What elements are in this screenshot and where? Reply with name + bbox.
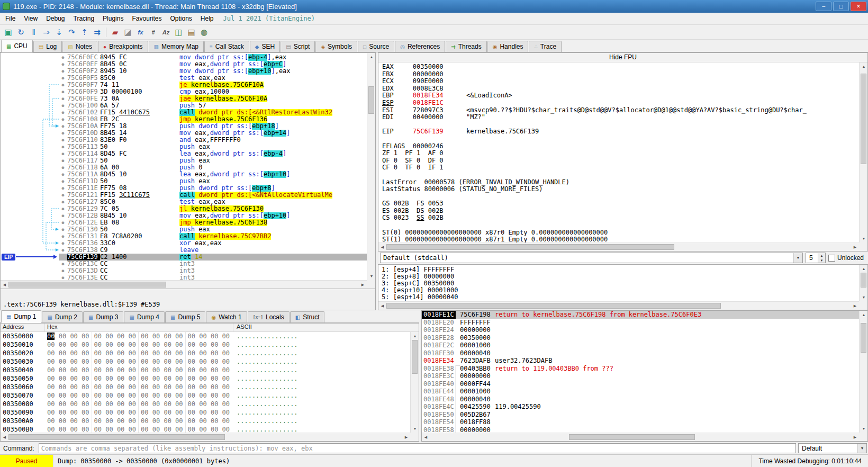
scroll-up-icon[interactable]: ▲ (411, 332, 419, 340)
breakpoint-dot[interactable]: ● (59, 123, 67, 130)
register-line[interactable]: EDX 0008E3C8 (382, 85, 859, 93)
scroll-right-icon[interactable]: ▶ (402, 433, 410, 442)
stack-row[interactable]: 0018FE4C00425590119.00425590 (422, 403, 859, 411)
breakpoint-dot[interactable] (59, 254, 67, 261)
dump-row[interactable]: 0035000000 00 00 0000 00 00 0000 00 00 0… (1, 332, 410, 340)
vertical-scrollbar[interactable]: ▲▼ (410, 332, 419, 433)
breakpoint-dot[interactable]: ● (59, 261, 67, 267)
scrollbar-thumb[interactable] (569, 434, 695, 440)
breakpoint-dot[interactable]: ● (59, 109, 67, 116)
scroll-left-icon[interactable]: ◀ (378, 302, 386, 310)
menu-options[interactable]: Options (166, 13, 196, 24)
breakpoint-dot[interactable]: ● (59, 247, 67, 254)
scrollbar-thumb[interactable] (412, 340, 418, 374)
stack-row[interactable]: 0018FE2800350000 (422, 334, 859, 342)
function-icon[interactable]: fx (134, 26, 147, 38)
breakpoint-dot[interactable]: ● (59, 219, 67, 226)
disassembly-panel[interactable]: EIP ●75C6F0EC8945 FCmov dword ptr ss:[eb… (0, 52, 376, 289)
stack-row[interactable]: 0018FE540018FF88 (422, 418, 859, 426)
register-line[interactable]: ESI 728097C3 <msvcp90.??$?HDU?$char_trai… (382, 107, 859, 114)
graph-icon[interactable]: ◫ (173, 26, 185, 38)
stack-row[interactable]: 0018FE347623DAFBuser32.7623DAFB (422, 357, 859, 365)
scroll-up-icon[interactable]: ▲ (367, 53, 376, 61)
register-line[interactable]: LastError 00000578 (ERROR_INVALID_WINDOW… (382, 179, 859, 186)
scrollbar-thumb[interactable] (861, 323, 866, 353)
scrollbar-thumb[interactable] (386, 303, 721, 309)
register-line[interactable] (382, 121, 859, 129)
scroll-up-icon[interactable]: ▲ (860, 265, 868, 273)
breakpoint-dot[interactable]: ● (59, 88, 67, 95)
breakpoint-dot[interactable]: ● (59, 178, 67, 185)
run-to-user-code-icon[interactable]: ⇉ (91, 26, 103, 38)
scrollbar-thumb[interactable] (386, 244, 674, 250)
stack-row[interactable]: 0018FE2400000000 (422, 326, 859, 334)
tab-cpu[interactable]: ▦CPU (1, 40, 33, 52)
patch-icon[interactable]: ▰ (109, 26, 121, 38)
dump-row[interactable]: 0035005000 00 00 0000 00 00 0000 00 00 0… (1, 374, 410, 383)
horizontal-scrollbar[interactable]: ◀▶ (378, 243, 859, 251)
stack-row[interactable]: 0018FE3800403BB0return to 119.00403BB0 f… (422, 365, 859, 373)
horizontal-scrollbar[interactable]: ◀▶ (378, 301, 859, 310)
pause-icon[interactable]: ‖ (28, 26, 40, 38)
restart-icon[interactable]: ↻ (15, 26, 27, 38)
scroll-right-icon[interactable]: ▶ (851, 302, 859, 310)
dump-row[interactable]: 003500A000 00 00 0000 00 00 0000 00 00 0… (1, 417, 410, 425)
spin-down-icon[interactable]: ▼ (818, 258, 825, 263)
spin-up-icon[interactable]: ▲ (818, 253, 825, 258)
dump-row[interactable]: 0035009000 00 00 0000 00 00 0000 00 00 0… (1, 408, 410, 417)
scroll-down-icon[interactable]: ▼ (367, 272, 376, 280)
command-profile-select[interactable]: Default ▼ (798, 443, 867, 453)
breakpoint-dot[interactable]: ● (59, 212, 67, 219)
tab-seh[interactable]: ◆SEH (250, 41, 280, 52)
tab-dump-5[interactable]: ▦Dump 5 (165, 311, 205, 322)
scroll-up-icon[interactable]: ▲ (860, 62, 868, 70)
register-line[interactable]: ES 002B DS 002B (382, 208, 859, 215)
calling-convention-select[interactable]: Default (stdcall) ▼ (380, 253, 803, 263)
register-line[interactable]: ECX 090E0000 (382, 78, 859, 85)
scroll-right-icon[interactable]: ▶ (851, 243, 859, 252)
register-line[interactable]: GS 002B FS 0053 (382, 200, 859, 208)
register-line[interactable]: ST(0) 00000000000000000000 x87r0 Empty 0… (382, 229, 859, 237)
vertical-scrollbar[interactable]: ▲▼ (367, 53, 375, 280)
scroll-down-icon[interactable]: ▼ (860, 425, 868, 433)
register-line[interactable]: CF 0 TF 0 IF 1 (382, 164, 859, 172)
tab-source[interactable]: □Source (358, 41, 394, 52)
stack-row[interactable]: 0018FE5800000000 (422, 426, 859, 433)
disasm-row[interactable]: ●75C6F13ECCint3 (59, 274, 367, 280)
horizontal-scrollbar[interactable]: ◀▶ (1, 433, 410, 441)
stack-row[interactable]: 0018FE20FFFFFFFF (422, 319, 859, 327)
breakpoint-dot[interactable]: ● (59, 240, 67, 247)
tab-symbols[interactable]: ◈Symbols (315, 41, 357, 52)
stack-row[interactable]: 0018FE4400001000 (422, 388, 859, 396)
chevron-down-icon[interactable]: ▼ (793, 253, 802, 263)
tab-breakpoints[interactable]: ●Breakpoints (98, 41, 148, 52)
tab-locals[interactable]: [x=]Locals (248, 311, 290, 322)
tab-threads[interactable]: ⇉Threads (446, 41, 486, 52)
breakpoint-dot[interactable]: ● (59, 192, 67, 199)
maximize-button[interactable]: □ (833, 2, 849, 11)
scrollbar-thumb[interactable] (8, 282, 166, 288)
register-line[interactable] (382, 136, 859, 143)
breakpoint-dot[interactable]: ● (59, 75, 67, 82)
stack-row[interactable]: 0018FE3000000040 (422, 349, 859, 357)
tab-call-stack[interactable]: ≡Call Stack (204, 41, 249, 52)
scroll-right-icon[interactable]: ▶ (851, 433, 859, 442)
breakpoint-dot[interactable]: ● (59, 157, 67, 164)
breakpoint-dot[interactable]: ● (59, 150, 67, 157)
scroll-left-icon[interactable]: ◀ (378, 243, 386, 252)
tab-memory-map[interactable]: ▥Memory Map (149, 41, 204, 52)
dump-panel[interactable]: Address Hex ASCII 0035000000 00 00 0000 … (0, 323, 419, 442)
scroll-left-icon[interactable]: ◀ (1, 281, 8, 289)
breakpoint-dot[interactable]: ● (59, 226, 67, 233)
tab-trace[interactable]: ∴Trace (529, 41, 562, 52)
breakpoint-dot[interactable]: ● (59, 164, 67, 171)
breakpoint-dot[interactable]: ● (59, 137, 67, 143)
breakpoint-dot[interactable]: ● (59, 143, 67, 150)
breakpoint-dot[interactable]: ● (59, 185, 67, 192)
menu-favourites[interactable]: Favourites (128, 13, 166, 24)
scroll-left-icon[interactable]: ◀ (422, 433, 430, 442)
dump-row[interactable]: 0035006000 00 00 0000 00 00 0000 00 00 0… (1, 383, 410, 391)
register-line[interactable]: OF 0 SF 0 DF 0 (382, 157, 859, 165)
scroll-up-icon[interactable]: ▲ (860, 311, 868, 319)
menu-plugins[interactable]: Plugins (98, 13, 128, 24)
